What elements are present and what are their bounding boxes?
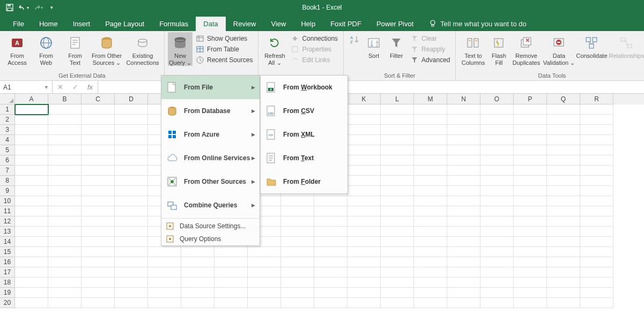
cell[interactable] <box>414 206 447 216</box>
row-header[interactable]: 1 <box>0 104 15 115</box>
cell[interactable] <box>48 104 82 115</box>
cell[interactable] <box>414 115 447 125</box>
cell[interactable] <box>248 278 281 288</box>
cell[interactable] <box>347 247 381 257</box>
cell[interactable] <box>281 257 314 267</box>
row-header[interactable]: 2 <box>0 115 15 125</box>
column-header[interactable]: L <box>381 94 414 104</box>
data-validation-button[interactable]: DataValidation ⌄ <box>543 32 575 66</box>
cell[interactable] <box>347 237 381 247</box>
cell[interactable] <box>248 247 281 257</box>
cell[interactable] <box>547 186 580 196</box>
cell[interactable] <box>281 288 314 298</box>
cell[interactable] <box>281 278 314 288</box>
cell[interactable] <box>115 247 148 257</box>
cell[interactable] <box>48 257 82 267</box>
cell[interactable] <box>214 247 248 257</box>
cell[interactable] <box>480 145 514 155</box>
cell[interactable] <box>547 135 580 145</box>
cell[interactable] <box>447 176 480 186</box>
cell[interactable] <box>547 115 580 125</box>
cell[interactable] <box>281 267 314 278</box>
cell[interactable] <box>82 115 115 125</box>
from-web-button[interactable]: FromWeb <box>32 32 60 66</box>
cell[interactable] <box>381 104 414 115</box>
cell[interactable] <box>314 247 347 257</box>
cell[interactable] <box>381 186 414 196</box>
from-access-button[interactable]: AFromAccess <box>3 32 31 66</box>
cell[interactable] <box>347 145 381 155</box>
cell[interactable] <box>15 257 48 267</box>
cell[interactable] <box>82 216 115 227</box>
cell[interactable] <box>15 135 48 145</box>
cell[interactable] <box>580 135 613 145</box>
cell[interactable] <box>15 278 48 288</box>
cell[interactable] <box>580 206 613 216</box>
tab-foxit-pdf[interactable]: Foxit PDF <box>323 17 369 31</box>
cell[interactable] <box>414 176 447 186</box>
cell[interactable] <box>514 135 547 145</box>
filter-button[interactable]: Filter <box>386 32 407 59</box>
cell[interactable] <box>381 166 414 176</box>
cell[interactable] <box>514 227 547 237</box>
cell[interactable] <box>480 267 514 278</box>
cell[interactable] <box>547 216 580 227</box>
cell[interactable] <box>115 278 148 288</box>
cell[interactable] <box>447 288 480 298</box>
column-header[interactable]: Q <box>547 94 580 104</box>
cell[interactable] <box>547 257 580 267</box>
cell[interactable] <box>580 257 613 267</box>
cell[interactable] <box>381 115 414 125</box>
cell[interactable] <box>181 257 214 267</box>
cell[interactable] <box>314 278 347 288</box>
cell[interactable] <box>580 104 613 115</box>
cell[interactable] <box>347 267 381 278</box>
cell[interactable] <box>115 298 148 308</box>
cell[interactable] <box>115 186 148 196</box>
cell[interactable] <box>414 247 447 257</box>
cell[interactable] <box>381 267 414 278</box>
cell[interactable] <box>281 216 314 227</box>
from-other-sources-button[interactable]: From OtherSources ⌄ <box>90 32 123 66</box>
cell[interactable] <box>115 237 148 247</box>
cell[interactable] <box>347 115 381 125</box>
from-table-button[interactable]: From Table <box>194 44 255 54</box>
cell[interactable] <box>347 135 381 145</box>
tab-page-layout[interactable]: Page Layout <box>98 17 152 31</box>
refresh-all-button[interactable]: RefreshAll ⌄ <box>262 32 287 66</box>
row-header[interactable]: 13 <box>0 227 15 237</box>
cell[interactable] <box>381 176 414 186</box>
remove-duplicates-button[interactable]: RemoveDuplicates <box>510 32 542 66</box>
menu-item[interactable]: From Online Services▶ <box>161 146 260 170</box>
cell[interactable] <box>414 145 447 155</box>
cell[interactable] <box>148 298 181 308</box>
cell[interactable] <box>248 257 281 267</box>
cell[interactable] <box>514 257 547 267</box>
redo-button[interactable]: ▾ <box>31 1 44 14</box>
cell[interactable] <box>15 298 48 308</box>
cell[interactable] <box>447 257 480 267</box>
column-header[interactable]: P <box>514 94 547 104</box>
tell-me-search[interactable]: Tell me what you want to do <box>421 16 534 31</box>
cell[interactable] <box>547 176 580 186</box>
cell[interactable] <box>15 196 48 206</box>
cell[interactable] <box>48 155 82 166</box>
cell[interactable] <box>580 237 613 247</box>
cell[interactable] <box>248 298 281 308</box>
existing-connections-button[interactable]: ExistingConnections <box>124 32 161 66</box>
tab-formulas[interactable]: Formulas <box>152 17 196 31</box>
row-header[interactable]: 8 <box>0 176 15 186</box>
cell[interactable] <box>15 186 48 196</box>
new-query-button[interactable]: NewQuery ⌄ <box>168 32 193 66</box>
cell[interactable] <box>480 125 514 135</box>
cell[interactable] <box>414 104 447 115</box>
cell[interactable] <box>347 257 381 267</box>
select-all-button[interactable] <box>0 94 15 104</box>
menu-item[interactable]: From Text <box>261 146 347 170</box>
row-header[interactable]: 10 <box>0 196 15 206</box>
cell[interactable] <box>381 237 414 247</box>
menu-item[interactable]: From Folder <box>261 170 347 193</box>
cell[interactable] <box>82 267 115 278</box>
cell[interactable] <box>15 115 48 125</box>
cell[interactable] <box>447 186 480 196</box>
